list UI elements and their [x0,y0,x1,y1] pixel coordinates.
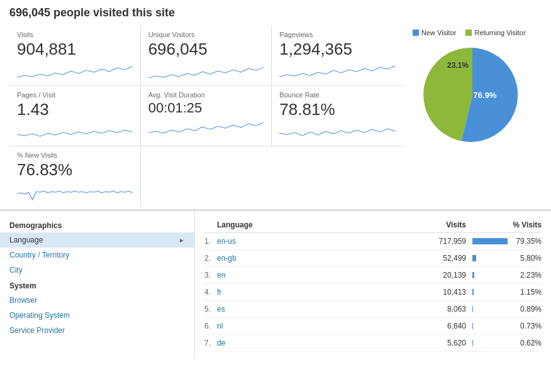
bar-container [472,340,510,346]
lang-link[interactable]: fr [217,288,221,297]
pct-text: 5.80% [513,254,542,263]
avg-duration-label: Avg. Visit Duration [148,91,264,99]
row-visits: 5,620 [416,339,466,347]
row-lang: fr [217,288,416,297]
pageviews-label: Pageviews [279,31,396,38]
bar-container [472,238,510,244]
pageviews-sparkline [279,62,396,80]
returning-visitor-label: Returning Visitor [474,29,525,36]
lang-link[interactable]: es [217,305,225,313]
metrics-row-3: % New Visits 76.83% [9,146,403,206]
sidebar-item-provider[interactable]: Service Provider [0,323,194,338]
table-body: 1. en-us 717,959 79.35% 2. en-gb 52,499 … [204,233,542,352]
bar-fill [472,340,473,346]
bar-fill [472,255,476,261]
metric-placeholder-2 [272,146,403,206]
metrics-row-1: Visits 904,881 Unique Visitors 696,045 P… [9,26,403,86]
sidebar-item-country[interactable]: Country / Territory [0,248,194,263]
table-row: 1. en-us 717,959 79.35% [204,233,542,250]
city-label: City [9,266,23,275]
metric-pageviews: Pageviews 1,294,365 [272,26,403,86]
lang-link[interactable]: en [217,271,225,280]
sidebar-item-browser[interactable]: Browser [0,293,194,308]
row-lang: de [217,339,416,347]
bounce-rate-label: Bounce Rate [279,91,396,99]
row-num: 3. [204,271,217,280]
pages-sparkline [17,122,133,141]
row-bar-pct: 2.23% [466,271,542,280]
language-arrow: ► [179,237,185,244]
row-bar-pct: 1.15% [466,288,542,297]
provider-label: Service Provider [9,326,65,335]
metric-placeholder-1 [141,146,272,206]
metric-bounce-rate: Bounce Rate 78.81% [272,86,403,146]
browser-label: Browser [9,296,37,305]
bounce-sparkline [279,122,396,141]
bar-container [472,289,510,295]
lang-link[interactable]: de [217,339,225,347]
unique-sparkline [148,62,264,80]
language-label: Language [9,236,43,244]
row-num: 4. [204,288,217,297]
row-bar-pct: 5.80% [466,254,542,263]
unique-visitors-label: Unique Visitors [148,31,264,38]
lang-link[interactable]: en-gb [217,254,237,263]
pie-svg: 76.9% 23.1% [419,41,526,148]
row-visits: 52,499 [416,254,466,263]
lang-link[interactable]: nl [217,322,223,330]
new-pct-label: 76.9% [474,90,497,100]
sidebar-item-city[interactable]: City [0,263,194,278]
row-num: 7. [204,339,217,347]
visits-label: Visits [17,31,133,38]
new-visitor-label: New Visitor [421,29,456,36]
top-section: 696,045 people visited this site Visits … [0,0,551,210]
bottom-section: Demographics Language ► Country / Territ… [0,210,551,358]
bar-container [472,323,510,329]
bounce-rate-value: 78.81% [279,100,396,119]
col-language-header: Language [217,220,416,229]
new-visits-value: 76.83% [17,160,133,180]
row-lang: en-gb [217,254,416,263]
row-num: 5. [204,305,217,313]
sidebar-item-os[interactable]: Operating System [0,308,194,323]
row-lang: en-us [217,237,416,246]
pct-text: 1.15% [513,288,542,297]
bar-fill [472,289,474,295]
returning-visitor-dot [465,30,472,36]
row-visits: 20,139 [416,271,466,280]
lang-link[interactable]: en-us [217,237,236,246]
table-row: 6. nl 6,640 0.73% [204,318,542,335]
pages-visit-value: 1.43 [17,100,133,119]
returning-visitor-legend: Returning Visitor [465,29,525,36]
pct-text: 79.35% [513,237,542,246]
row-visits: 8,063 [416,305,466,313]
sidebar-item-language[interactable]: Language ► [0,232,194,248]
row-num: 2. [204,254,217,263]
new-visitor-legend: New Visitor [413,29,456,36]
bar-container [472,255,510,261]
metrics-left: Visits 904,881 Unique Visitors 696,045 P… [9,26,403,206]
table-row: 5. es 8,063 0.89% [204,301,542,318]
table-row: 3. en 20,139 2.23% [204,267,542,284]
pages-visit-label: Pages / Visit [17,91,133,99]
new-visits-label: % New Visits [17,151,133,159]
system-title: System [0,278,194,293]
row-lang: nl [217,322,416,330]
unique-visitors-value: 696,045 [148,40,264,59]
bar-fill [472,238,508,244]
avg-duration-value: 00:01:25 [148,100,264,116]
pie-chart: 76.9% 23.1% [419,41,526,148]
visits-value: 904,881 [17,40,133,59]
metric-visits: Visits 904,881 [9,26,141,86]
main-content: Language Visits % Visits 1. en-us 717,95… [195,211,551,358]
pct-text: 0.73% [513,322,542,330]
bar-container [472,306,510,312]
table-row: 2. en-gb 52,499 5.80% [204,250,542,267]
bar-fill [472,323,473,329]
os-label: Operating System [9,311,70,320]
metric-unique-visitors: Unique Visitors 696,045 [141,26,272,86]
row-bar-pct: 0.62% [466,339,542,347]
sidebar: Demographics Language ► Country / Territ… [0,211,195,358]
table-row: 4. fr 10,413 1.15% [204,284,542,301]
pageviews-value: 1,294,365 [279,40,396,59]
